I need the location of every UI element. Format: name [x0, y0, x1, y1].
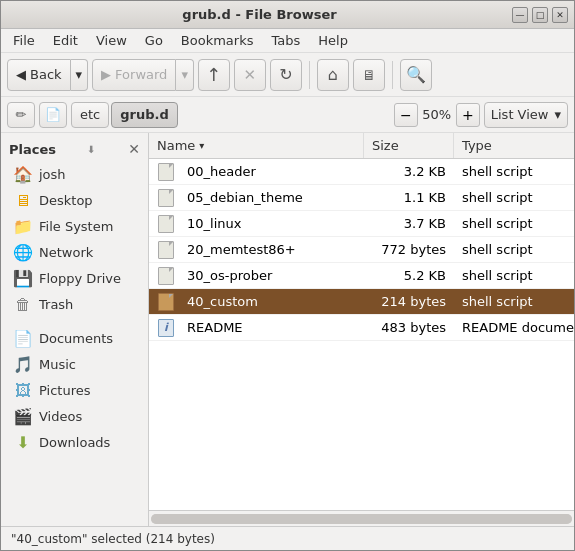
col-name-label: Name [157, 138, 195, 153]
menu-view[interactable]: View [88, 31, 135, 50]
col-name-sort-icon: ▾ [199, 140, 204, 151]
table-row[interactable]: 40_custom 214 bytes shell script [149, 289, 574, 315]
menu-bookmarks[interactable]: Bookmarks [173, 31, 262, 50]
sidebar-item-floppy[interactable]: 💾 Floppy Drive [1, 265, 148, 291]
file-cell-size: 483 bytes [364, 320, 454, 335]
breadcrumb: etc grub.d [71, 102, 178, 128]
music-icon: 🎵 [13, 354, 33, 374]
edit-icon: ✏ [16, 107, 27, 122]
stop-button[interactable]: ✕ [234, 59, 266, 91]
file-name: 40_custom [187, 294, 258, 309]
menu-edit[interactable]: Edit [45, 31, 86, 50]
downloads-icon: ⬇ [13, 432, 33, 452]
sidebar-item-trash[interactable]: 🗑 Trash [1, 291, 148, 317]
network-icon: 🌐 [13, 242, 33, 262]
table-row[interactable]: 30_os-prober 5.2 KB shell script [149, 263, 574, 289]
maximize-button[interactable]: □ [532, 7, 548, 23]
forward-arrow-icon: ▶ [101, 67, 111, 82]
sidebar-item-filesystem[interactable]: 📁 File System [1, 213, 148, 239]
trash-icon: 🗑 [13, 294, 33, 314]
home-folder-icon: 🏠 [13, 164, 33, 184]
stop-icon: ✕ [244, 66, 257, 84]
sidebar-item-documents[interactable]: 📄 Documents [1, 325, 148, 351]
file-list[interactable]: 00_header 3.2 KB shell script [149, 159, 574, 510]
forward-label: Forward [115, 67, 167, 82]
status-bar: "40_custom" selected (214 bytes) [1, 526, 574, 550]
table-row[interactable]: 10_linux 3.7 KB shell script [149, 211, 574, 237]
file-cell-type: shell script [454, 294, 574, 309]
file-cell-size: 772 bytes [364, 242, 454, 257]
menu-help[interactable]: Help [310, 31, 356, 50]
sidebar-item-downloads[interactable]: ⬇ Downloads [1, 429, 148, 455]
hscroll-thumb [151, 514, 572, 524]
script-file-icon [157, 266, 175, 286]
script-file-icon [157, 292, 175, 312]
back-button[interactable]: ◀ Back [7, 59, 71, 91]
toolbar: ◀ Back ▾ ▶ Forward ▾ ↑ ✕ ↻ ⌂ 🖥 [1, 53, 574, 97]
menu-go[interactable]: Go [137, 31, 171, 50]
home-button[interactable]: ⌂ [317, 59, 349, 91]
documents-icon: 📄 [13, 328, 33, 348]
col-header-type[interactable]: Type [454, 133, 574, 158]
file-name: 10_linux [187, 216, 241, 231]
file-cell-type: README document [454, 320, 574, 335]
forward-group: ▶ Forward ▾ [92, 59, 194, 91]
menu-file[interactable]: File [5, 31, 43, 50]
sidebar-spacer [1, 317, 148, 325]
script-file-icon [157, 214, 175, 234]
file-cell-type: shell script [454, 190, 574, 205]
forward-button[interactable]: ▶ Forward [92, 59, 176, 91]
minimize-button[interactable]: — [512, 7, 528, 23]
filesystem-icon: 📁 [13, 216, 33, 236]
sidebar-item-network[interactable]: 🌐 Network [1, 239, 148, 265]
reload-button[interactable]: ↻ [270, 59, 302, 91]
search-icon: 🔍 [406, 65, 426, 84]
back-label: Back [30, 67, 62, 82]
up-icon: ↑ [206, 64, 221, 85]
back-arrow-icon: ◀ [16, 67, 26, 82]
bookmark-button[interactable]: 📄 [39, 102, 67, 128]
table-row[interactable]: i README 483 bytes README document [149, 315, 574, 341]
view-select[interactable]: List View ▾ [484, 102, 568, 128]
edit-path-button[interactable]: ✏ [7, 102, 35, 128]
table-row[interactable]: 00_header 3.2 KB shell script [149, 159, 574, 185]
up-button[interactable]: ↑ [198, 59, 230, 91]
search-button[interactable]: 🔍 [400, 59, 432, 91]
computer-button[interactable]: 🖥 [353, 59, 385, 91]
col-header-name[interactable]: Name ▾ [149, 133, 364, 158]
hscroll-area[interactable] [149, 510, 574, 526]
menu-tabs[interactable]: Tabs [263, 31, 308, 50]
sidebar-item-label: Music [39, 357, 76, 372]
table-row[interactable]: 20_memtest86+ 772 bytes shell script [149, 237, 574, 263]
file-cell-name: 05_debian_theme [149, 188, 364, 208]
breadcrumb-grubd[interactable]: grub.d [111, 102, 178, 128]
breadcrumb-etc[interactable]: etc [71, 102, 109, 128]
sidebar-item-desktop[interactable]: 🖥 Desktop [1, 187, 148, 213]
script-file-icon [157, 188, 175, 208]
file-cell-size: 1.1 KB [364, 190, 454, 205]
file-cell-name: 00_header [149, 162, 364, 182]
sidebar-item-label: Desktop [39, 193, 93, 208]
videos-icon: 🎬 [13, 406, 33, 426]
col-header-size[interactable]: Size [364, 133, 454, 158]
back-group: ◀ Back ▾ [7, 59, 88, 91]
sidebar-hide-button[interactable]: ✕ [128, 141, 140, 157]
file-name: README [187, 320, 243, 335]
forward-dropdown-button[interactable]: ▾ [176, 59, 194, 91]
file-name: 05_debian_theme [187, 190, 303, 205]
sidebar-item-josh[interactable]: 🏠 josh [1, 161, 148, 187]
close-button[interactable]: ✕ [552, 7, 568, 23]
sidebar-item-music[interactable]: 🎵 Music [1, 351, 148, 377]
file-cell-name: 40_custom [149, 292, 364, 312]
col-size-label: Size [372, 138, 399, 153]
sidebar-item-pictures[interactable]: 🖼 Pictures [1, 377, 148, 403]
window-controls: — □ ✕ [512, 7, 568, 23]
sidebar-item-videos[interactable]: 🎬 Videos [1, 403, 148, 429]
back-dropdown-button[interactable]: ▾ [71, 59, 89, 91]
desktop-icon: 🖥 [13, 190, 33, 210]
zoom-out-button[interactable]: − [394, 103, 418, 127]
col-type-label: Type [462, 138, 492, 153]
table-row[interactable]: 05_debian_theme 1.1 KB shell script [149, 185, 574, 211]
zoom-in-button[interactable]: + [456, 103, 480, 127]
sidebar-item-label: Documents [39, 331, 113, 346]
